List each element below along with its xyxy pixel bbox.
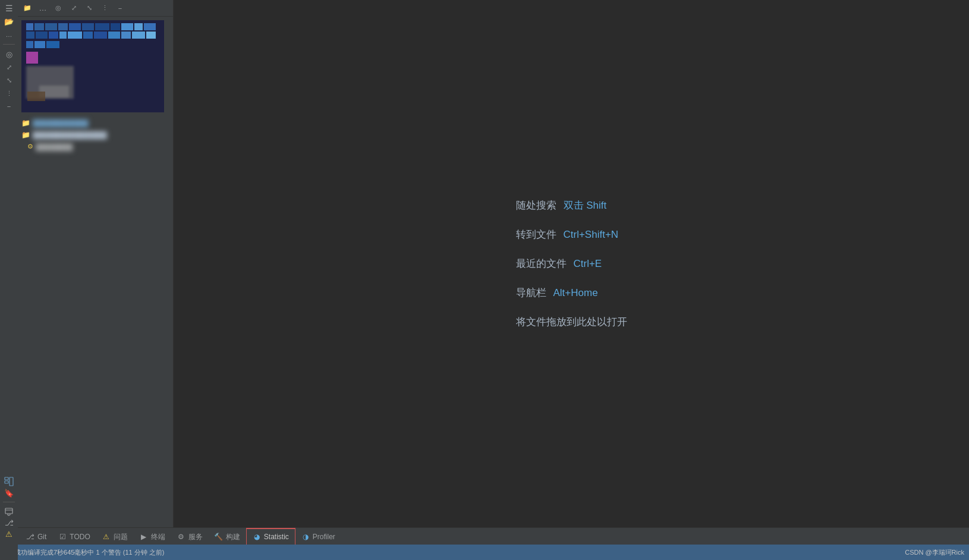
hint-recent: 最近的文件 Ctrl+E <box>516 257 627 270</box>
tab-services[interactable]: ⚙ 服务 <box>171 528 209 545</box>
panel-target-btn[interactable]: ◎ <box>52 2 64 14</box>
statistic-tab-label: Statistic <box>264 533 289 541</box>
hint-navbar: 导航栏 Alt+Home <box>516 286 627 300</box>
file-thumbnail <box>18 17 173 116</box>
search-shortcut: 双击 Shift <box>564 199 607 212</box>
folder-item-2[interactable]: 📁 ████████████████ <box>18 129 173 141</box>
svg-rect-2 <box>10 477 13 486</box>
file-panel-toolbar: 📁 … ◎ ⤢ ⤡ ⋮ − <box>18 0 173 17</box>
hint-search: 随处搜索 双击 Shift <box>516 199 627 212</box>
ellipsis-icon[interactable]: … <box>3 29 15 40</box>
recent-label: 最近的文件 <box>516 257 567 270</box>
panel-expand-btn[interactable]: ⤢ <box>68 2 80 14</box>
warning-icon[interactable]: ⚠ <box>1 530 17 539</box>
status-bar: ⚠ 成功编译完成7秒645毫秒中 1 个警告 (11 分钟 之前) CSDN @… <box>0 545 969 560</box>
build-tab-icon: 🔨 <box>215 533 223 541</box>
todo-tab-label: TODO <box>70 533 90 541</box>
tab-git[interactable]: ⎇ Git <box>20 528 52 545</box>
expand-icon[interactable]: ⤢ <box>3 61 15 73</box>
folder-open-icon[interactable]: 📂 <box>3 15 15 27</box>
svg-rect-0 <box>5 477 8 480</box>
tab-statistic[interactable]: ◕ Statistic <box>246 528 295 545</box>
tab-todo[interactable]: ☑ TODO <box>52 528 96 545</box>
folder-item[interactable]: 📁 ████████████ <box>18 117 173 129</box>
panel-ellipsis-btn[interactable]: … <box>37 2 49 14</box>
problems-tab-icon: ⚠ <box>102 533 111 541</box>
tab-build[interactable]: 🔨 构建 <box>209 528 246 545</box>
target-icon[interactable]: ◎ <box>3 48 15 60</box>
terminal-tab-label: 终端 <box>151 532 165 542</box>
navbar-label: 导航栏 <box>516 286 546 300</box>
goto-shortcut: Ctrl+Shift+N <box>564 229 619 241</box>
editor-main: 随处搜索 双击 Shift 转到文件 Ctrl+Shift+N 最近的文件 Ct… <box>174 0 969 527</box>
git-tab-icon: ⎇ <box>26 533 34 541</box>
welcome-hints: 随处搜索 双击 Shift 转到文件 Ctrl+Shift+N 最近的文件 Ct… <box>516 199 627 329</box>
collapse-icon[interactable]: ⤡ <box>3 74 15 86</box>
drop-label: 将文件拖放到此处以打开 <box>516 315 627 329</box>
hint-goto: 转到文件 Ctrl+Shift+N <box>516 228 627 241</box>
git-branch-icon[interactable]: ⎇ <box>1 518 17 527</box>
structure-icon[interactable] <box>1 477 17 486</box>
terminal-tab-icon: ▶ <box>140 533 148 541</box>
menu-icon[interactable]: ☰ <box>3 2 15 14</box>
problems-tab-label: 问题 <box>114 532 128 542</box>
svg-rect-3 <box>5 508 12 514</box>
notification-icon[interactable] <box>1 506 17 516</box>
bottom-tabs-bar: ⎇ Git ☑ TODO ⚠ 问题 ▶ 终端 ⚙ 服务 🔨 构建 ◕ Stati… <box>18 527 969 545</box>
minus-icon[interactable]: − <box>3 100 15 112</box>
svg-rect-1 <box>5 481 8 483</box>
tab-terminal[interactable]: ▶ 终端 <box>134 528 171 545</box>
status-user: CSDN @李瑞珂Rick <box>905 548 964 557</box>
folder-btn[interactable]: 📁 <box>21 2 33 14</box>
profiler-tab-icon: ◑ <box>301 533 310 541</box>
goto-label: 转到文件 <box>516 228 556 241</box>
statistic-tab-icon: ◕ <box>253 533 261 541</box>
services-tab-icon: ⚙ <box>177 533 185 541</box>
file-panel: 📁 … ◎ ⤢ ⤡ ⋮ − <box>18 0 174 560</box>
git-tab-label: Git <box>37 533 46 541</box>
todo-tab-icon: ☑ <box>58 533 67 541</box>
status-text: 成功编译完成7秒645毫秒中 1 个警告 (11 分钟 之前) <box>14 548 164 557</box>
tab-problems[interactable]: ⚠ 问题 <box>96 528 134 545</box>
profiler-tab-label: Profiler <box>313 533 335 541</box>
tab-profiler[interactable]: ◑ Profiler <box>295 528 341 545</box>
status-message: ⚠ 成功编译完成7秒645毫秒中 1 个警告 (11 分钟 之前) <box>5 548 164 557</box>
navbar-shortcut: Alt+Home <box>553 287 598 299</box>
recent-shortcut: Ctrl+E <box>574 258 602 270</box>
hint-drop: 将文件拖放到此处以打开 <box>516 315 627 329</box>
build-tab-label: 构建 <box>226 532 240 542</box>
services-tab-label: 服务 <box>188 532 203 542</box>
panel-collapse-btn[interactable]: ⤡ <box>83 2 95 14</box>
left-sidebar: ☰ 📂 … ◎ ⤢ ⤡ ⋮ − 🔖 ⎇ ⚠ <box>0 0 18 560</box>
more-icon[interactable]: ⋮ <box>3 87 15 99</box>
search-label: 随处搜索 <box>516 199 556 212</box>
panel-more-btn[interactable]: ⋮ <box>99 2 111 14</box>
panel-minus-btn[interactable]: − <box>114 2 126 14</box>
bookmark-icon[interactable]: 🔖 <box>1 489 17 498</box>
settings-icon-item[interactable]: ⚙ ████████ <box>18 141 173 152</box>
